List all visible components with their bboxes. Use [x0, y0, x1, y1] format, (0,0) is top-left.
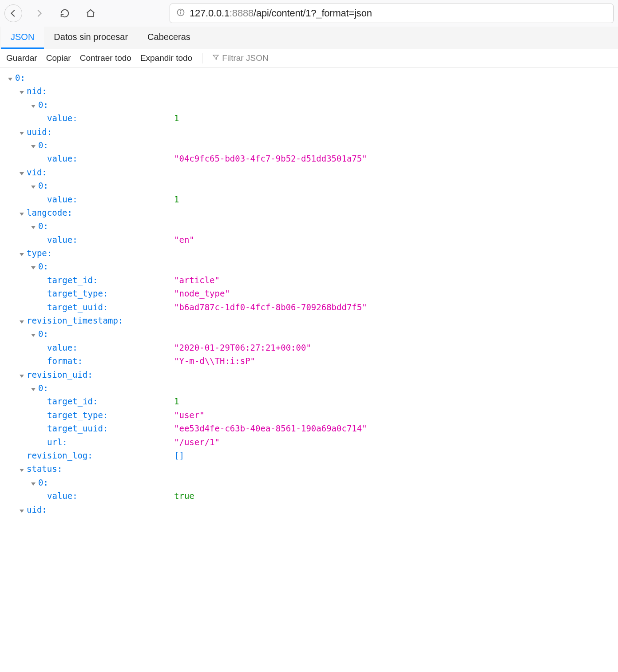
tree-row[interactable]: value:1 — [4, 111, 614, 125]
tree-value: "user" — [174, 408, 205, 422]
tree-key: value: — [47, 193, 174, 206]
chevron-down-icon[interactable] — [8, 78, 12, 81]
tree-value: 1 — [174, 111, 179, 125]
viewer-tabs: JSON Datos sin procesar Cabeceras — [0, 27, 618, 49]
tree-row[interactable]: type: — [4, 246, 614, 260]
chevron-down-icon[interactable] — [20, 91, 24, 94]
tree-key: target_id: — [47, 273, 174, 287]
tree-value: 1 — [174, 193, 179, 206]
tree-row[interactable]: uid: — [4, 503, 614, 516]
chevron-down-icon[interactable] — [20, 253, 24, 256]
collapse-all-button[interactable]: Contraer todo — [80, 53, 131, 63]
tree-value: true — [174, 489, 194, 502]
tree-row[interactable]: target_id:1 — [4, 395, 614, 408]
url-port: :8888 — [230, 8, 254, 19]
tab-headers[interactable]: Cabeceras — [138, 27, 200, 49]
chevron-down-icon[interactable] — [31, 226, 36, 229]
back-button[interactable] — [4, 4, 22, 22]
tree-row[interactable]: 0: — [4, 381, 614, 395]
tree-row[interactable]: 0: — [4, 327, 614, 340]
reload-button[interactable] — [56, 4, 74, 22]
browser-nav-toolbar: 127.0.0.1:8888/api/content/1?_format=jso… — [0, 0, 618, 27]
tree-key: 0: — [38, 98, 48, 111]
json-tree: 0: nid: 0: value:1 uuid: 0: value:"04c9f… — [0, 67, 618, 520]
tree-row[interactable]: vid: — [4, 166, 614, 179]
chevron-down-icon[interactable] — [31, 334, 36, 337]
chevron-down-icon[interactable] — [31, 186, 36, 189]
url-host: 127.0.0.1 — [190, 8, 230, 19]
tree-key: target_uuid: — [47, 300, 174, 314]
filter-input[interactable]: Filtrar JSON — [212, 53, 269, 63]
info-icon — [176, 8, 185, 19]
tree-row[interactable]: value:"04c9fc65-bd03-4fc7-9b52-d51dd3501… — [4, 152, 614, 165]
tree-key: 0: — [38, 260, 48, 273]
chevron-down-icon[interactable] — [31, 388, 36, 391]
tree-row[interactable]: value:true — [4, 489, 614, 502]
tree-row[interactable]: url:"/user/1" — [4, 435, 614, 449]
home-button[interactable] — [82, 4, 99, 22]
tree-row[interactable]: revision_uid: — [4, 368, 614, 381]
tree-key: 0: — [38, 219, 48, 233]
tree-row[interactable]: 0: — [4, 219, 614, 233]
tab-raw[interactable]: Datos sin procesar — [44, 27, 138, 49]
tree-row[interactable]: target_id:"article" — [4, 273, 614, 287]
tree-value: "node_type" — [174, 287, 230, 300]
chevron-down-icon[interactable] — [31, 266, 36, 269]
chevron-down-icon[interactable] — [31, 105, 36, 108]
tree-row[interactable]: value:"2020-01-29T06:27:21+00:00" — [4, 341, 614, 354]
tree-row[interactable]: 0: — [4, 98, 614, 111]
url-bar[interactable]: 127.0.0.1:8888/api/content/1?_format=jso… — [170, 4, 614, 23]
copy-button[interactable]: Copiar — [46, 53, 71, 63]
expand-all-button[interactable]: Expandir todo — [140, 53, 192, 63]
forward-button[interactable] — [30, 4, 48, 22]
tree-key: 0: — [15, 71, 25, 84]
chevron-down-icon[interactable] — [20, 375, 24, 378]
tree-key: revision_uid: — [27, 368, 93, 381]
tree-row[interactable]: langcode: — [4, 206, 614, 219]
save-button[interactable]: Guardar — [6, 53, 37, 63]
tree-row[interactable]: 0: — [4, 476, 614, 489]
tree-row[interactable]: 0: — [4, 179, 614, 192]
tree-row[interactable]: status: — [4, 462, 614, 475]
tree-row[interactable]: uuid: — [4, 125, 614, 138]
tree-row[interactable]: target_type:"node_type" — [4, 287, 614, 300]
tree-row[interactable]: target_uuid:"ee53d4fe-c63b-40ea-8561-190… — [4, 422, 614, 435]
tree-row[interactable]: revision_timestamp: — [4, 314, 614, 327]
tree-row[interactable]: revision_log:[] — [4, 449, 614, 462]
tree-key: value: — [47, 152, 174, 165]
tree-value: [] — [174, 449, 184, 462]
tree-key: 0: — [38, 138, 48, 152]
tree-key: 0: — [38, 179, 48, 192]
tree-key: value: — [47, 341, 174, 354]
chevron-down-icon[interactable] — [20, 132, 24, 135]
chevron-down-icon[interactable] — [20, 320, 24, 324]
svg-point-2 — [180, 10, 181, 11]
tree-row[interactable]: 0: — [4, 260, 614, 273]
tree-row[interactable]: 0: — [4, 71, 614, 84]
tree-key: uid: — [27, 503, 47, 516]
tree-row[interactable]: value:"en" — [4, 233, 614, 246]
tree-row[interactable]: target_type:"user" — [4, 408, 614, 422]
chevron-down-icon[interactable] — [20, 510, 24, 513]
tree-row[interactable]: value:1 — [4, 193, 614, 206]
chevron-down-icon[interactable] — [20, 172, 24, 175]
tree-row[interactable]: target_uuid:"b6ad787c-1df0-4fcf-8b06-709… — [4, 300, 614, 314]
tree-value: "04c9fc65-bd03-4fc7-9b52-d51dd3501a75" — [174, 152, 367, 165]
tab-json[interactable]: JSON — [1, 27, 44, 49]
tree-value: 1 — [174, 395, 179, 408]
tree-row[interactable]: 0: — [4, 138, 614, 152]
tree-value: "/user/1" — [174, 435, 220, 449]
filter-placeholder: Filtrar JSON — [222, 53, 269, 63]
tree-key: langcode: — [27, 206, 72, 219]
tree-key: value: — [47, 489, 174, 502]
tree-row[interactable]: format:"Y-m-d\\TH:i:sP" — [4, 354, 614, 368]
tree-row[interactable]: nid: — [4, 84, 614, 98]
url-text: 127.0.0.1:8888/api/content/1?_format=jso… — [190, 8, 372, 19]
toolbar-separator — [202, 53, 202, 63]
chevron-down-icon[interactable] — [31, 482, 36, 486]
chevron-down-icon[interactable] — [20, 469, 24, 472]
tree-key: format: — [47, 354, 174, 368]
chevron-down-icon[interactable] — [20, 213, 24, 216]
tree-key: target_uuid: — [47, 422, 174, 435]
chevron-down-icon[interactable] — [31, 145, 36, 148]
